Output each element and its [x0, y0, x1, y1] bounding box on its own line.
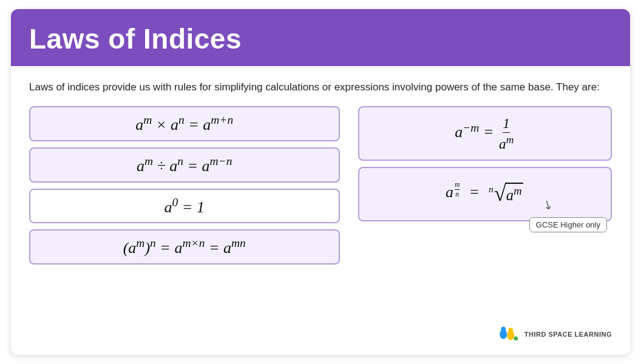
footer-row: THIRD SPACE LEARNING	[29, 312, 612, 346]
svg-point-1	[501, 326, 506, 331]
formula-power: (am)n = am×n = amn	[29, 229, 340, 265]
formula-divide: am ÷ an = am−n	[29, 147, 340, 183]
tsl-logo-icon	[497, 323, 520, 346]
svg-point-4	[514, 336, 518, 340]
formula-fractional-text: amn = n √ am	[446, 181, 524, 205]
formula-fractional: amn = n √ am ↘ GCSE Higher only	[358, 167, 612, 221]
formula-negative: a−m = 1 am	[358, 106, 612, 161]
right-formulas: a−m = 1 am amn = n √ am	[358, 106, 612, 312]
logo-area: THIRD SPACE LEARNING	[497, 323, 612, 346]
formula-power-text: (am)n = am×n = amn	[123, 237, 246, 257]
left-formulas: am × an = am+n am ÷ an = am−n a0 = 1 (am…	[29, 106, 340, 312]
formula-zero: a0 = 1	[29, 189, 340, 224]
gcse-arrow: ↘	[540, 196, 556, 214]
header-section: Laws of Indices	[11, 9, 630, 66]
formula-multiply: am × an = am+n	[29, 106, 340, 141]
formula-divide-text: am ÷ an = am−n	[137, 155, 232, 175]
branding-text: THIRD SPACE LEARNING	[524, 330, 612, 339]
page-title: Laws of Indices	[29, 22, 612, 55]
formula-negative-text: a−m = 1 am	[455, 115, 515, 152]
svg-point-3	[508, 328, 513, 332]
formula-multiply-text: am × an = am+n	[135, 113, 233, 134]
main-card: Laws of Indices Laws of indices provide …	[11, 9, 630, 355]
content-section: Laws of indices provide us with rules fo…	[11, 66, 630, 355]
description-text: Laws of indices provide us with rules fo…	[29, 79, 612, 95]
formula-zero-text: a0 = 1	[164, 196, 205, 217]
gcse-note: GCSE Higher only	[529, 217, 607, 232]
formulas-area: am × an = am+n am ÷ an = am−n a0 = 1 (am…	[29, 106, 612, 312]
